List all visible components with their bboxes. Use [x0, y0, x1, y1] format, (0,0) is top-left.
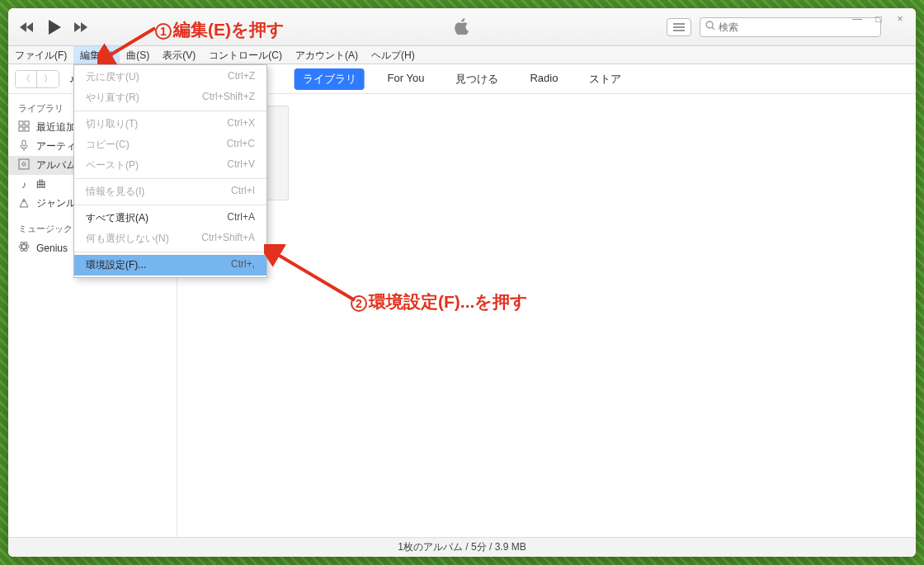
tab-見つける[interactable]: 見つける — [447, 68, 507, 90]
menu-item-何も選択しない(N): 何も選択しない(N)Ctrl+Shift+A — [74, 228, 266, 249]
svg-point-0 — [706, 21, 713, 28]
menu-item-shortcut: Ctrl+I — [231, 185, 255, 199]
menu-item-shortcut: Ctrl+Shift+A — [201, 232, 255, 246]
bars-icon — [18, 196, 30, 210]
svg-rect-4 — [19, 127, 23, 131]
content-area: Test CD iTunes User — [177, 94, 916, 537]
nav-forward-button[interactable]: 〉 — [37, 71, 59, 87]
atom-icon — [18, 241, 30, 255]
play-icon[interactable] — [46, 18, 63, 36]
menu-item-shortcut: Ctrl+C — [227, 138, 255, 152]
menu-item-ペースト(P): ペースト(P)Ctrl+V — [74, 155, 266, 176]
album-title: Test CD — [194, 205, 899, 217]
menu-item-shortcut: Ctrl+Shift+Z — [202, 91, 255, 105]
playback-controls — [18, 18, 91, 36]
svg-rect-3 — [25, 121, 29, 125]
menu-ファイル(F)[interactable]: ファイル(F) — [8, 46, 73, 64]
tab-For You[interactable]: For You — [380, 68, 433, 90]
menu-item-label: 何も選択しない(N) — [86, 232, 169, 246]
apple-logo-icon — [455, 18, 469, 39]
menu-separator — [74, 252, 266, 252]
menu-item-label: 環境設定(F)... — [86, 258, 146, 272]
menu-コントロール(C)[interactable]: コントロール(C) — [202, 46, 289, 64]
status-text: 1枚のアルバム / 5分 / 3.9 MB — [398, 540, 526, 554]
menu-曲(S)[interactable]: 曲(S) — [120, 46, 156, 64]
search-icon — [705, 21, 715, 33]
menu-item-やり直す(R): やり直す(R)Ctrl+Shift+Z — [74, 87, 266, 108]
menu-アカウント(A)[interactable]: アカウント(A) — [289, 46, 365, 64]
svg-point-10 — [19, 245, 29, 249]
top-toolbar — [8, 8, 916, 46]
sidebar-item-label: 曲 — [36, 177, 46, 191]
window-controls: — □ × — [848, 12, 909, 26]
menu-item-label: ペースト(P) — [86, 158, 139, 172]
svg-line-1 — [712, 27, 714, 30]
app-window: — □ × ファイル — [8, 8, 916, 557]
menu-表示(V)[interactable]: 表示(V) — [156, 46, 202, 64]
menu-item-コピー(C): コピー(C)Ctrl+C — [74, 134, 266, 155]
svg-rect-6 — [22, 140, 26, 146]
nav-back-button[interactable]: 〈 — [16, 71, 37, 87]
menu-ヘルプ(H)[interactable]: ヘルプ(H) — [365, 46, 422, 64]
menu-item-shortcut: Ctrl+X — [227, 117, 255, 131]
menu-編集(E)[interactable]: 編集(E) — [73, 46, 120, 64]
menu-item-label: 元に戻す(U) — [86, 70, 139, 84]
sidebar-item-label: アルバム — [36, 158, 76, 172]
maximize-button[interactable]: □ — [870, 12, 888, 26]
list-view-button[interactable] — [667, 18, 691, 36]
edit-menu-dropdown: 元に戻す(U)Ctrl+Zやり直す(R)Ctrl+Shift+Z切り取り(T)C… — [73, 64, 267, 278]
menu-item-shortcut: Ctrl+V — [227, 158, 255, 172]
tab-Radio[interactable]: Radio — [521, 68, 566, 90]
menu-item-label: すべて選択(A) — [86, 211, 148, 225]
menu-item-元に戻す(U): 元に戻す(U)Ctrl+Z — [74, 67, 266, 87]
menu-item-label: やり直す(R) — [86, 91, 139, 105]
menu-item-情報を見る(I): 情報を見る(I)Ctrl+I — [74, 181, 266, 202]
menu-item-shortcut: Ctrl+A — [227, 211, 255, 225]
menubar: ファイル(F)編集(E)曲(S)表示(V)コントロール(C)アカウント(A)ヘル… — [8, 46, 916, 64]
prev-track-icon[interactable] — [18, 21, 36, 34]
svg-point-8 — [22, 162, 26, 166]
menu-item-label: コピー(C) — [86, 138, 130, 152]
menu-item-label: 切り取り(T) — [86, 117, 138, 131]
menu-item-shortcut: Ctrl+, — [231, 258, 255, 272]
sidebar-item-label: ジャンル — [36, 196, 76, 210]
menu-item-環境設定(F)...[interactable]: 環境設定(F)...Ctrl+, — [74, 255, 266, 275]
sidebar-item-label: Genius — [36, 242, 68, 254]
svg-rect-2 — [19, 121, 23, 125]
section-tabs: ライブラリFor You見つけるRadioストア — [295, 68, 630, 90]
status-bar: 1枚のアルバム / 5分 / 3.9 MB — [8, 537, 916, 557]
menu-item-切り取り(T): 切り取り(T)Ctrl+X — [74, 114, 266, 134]
menu-separator — [74, 205, 266, 205]
nav-arrows: 〈 〉 — [15, 70, 59, 88]
tab-ライブラリ[interactable]: ライブラリ — [295, 68, 365, 90]
next-track-icon[interactable] — [73, 21, 91, 34]
menu-item-shortcut: Ctrl+Z — [228, 70, 255, 84]
menu-item-label: 情報を見る(I) — [86, 185, 144, 199]
disc-icon — [18, 158, 30, 172]
tab-ストア[interactable]: ストア — [581, 68, 629, 90]
svg-rect-5 — [25, 127, 29, 131]
menu-item-すべて選択(A)[interactable]: すべて選択(A)Ctrl+A — [74, 208, 266, 228]
svg-point-9 — [23, 200, 25, 202]
svg-rect-7 — [19, 159, 29, 169]
menu-separator — [74, 111, 266, 111]
album-artist: iTunes User — [194, 217, 899, 228]
close-button[interactable]: × — [891, 12, 909, 26]
menu-separator — [74, 178, 266, 179]
minimize-button[interactable]: — — [848, 12, 866, 26]
mic-icon — [18, 139, 30, 153]
grid-icon — [18, 120, 30, 134]
note-icon: ♪ — [18, 179, 30, 191]
